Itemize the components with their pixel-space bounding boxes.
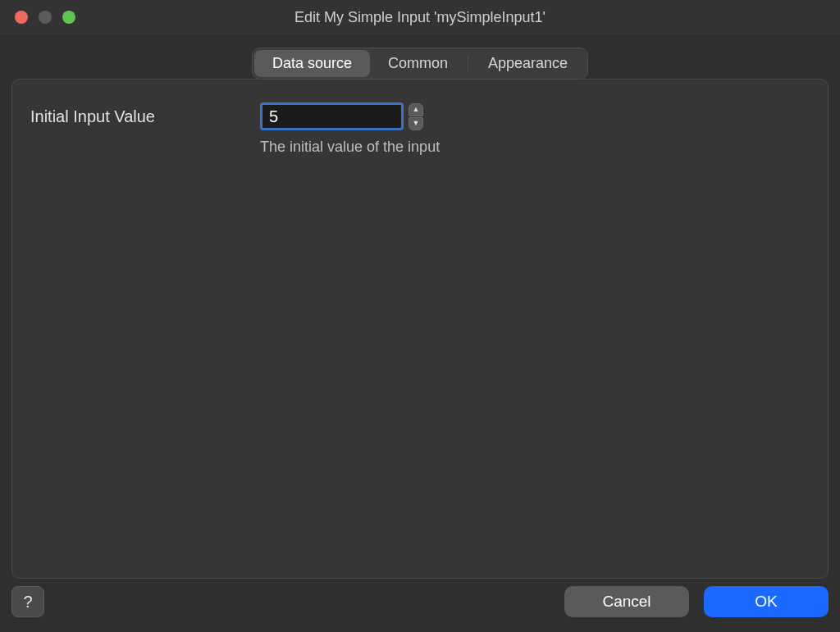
titlebar: Edit My Simple Input 'mySimpleInput1' [0, 0, 840, 34]
zoom-icon[interactable] [62, 11, 75, 24]
tab-bar: Data source Common Appearance [0, 48, 840, 80]
tab-separator [468, 55, 468, 72]
stepper-down-icon[interactable]: ▼ [409, 117, 423, 130]
footer: ? Cancel OK [0, 583, 840, 632]
content-panel: Initial Input Value ▲ ▼ The initial valu… [11, 79, 829, 579]
tab-common[interactable]: Common [370, 50, 466, 77]
tab-data-source[interactable]: Data source [254, 50, 370, 77]
window-controls [0, 11, 75, 24]
ok-button[interactable]: OK [704, 586, 829, 617]
help-button[interactable]: ? [11, 586, 44, 617]
hint-initial-input-value: The initial value of the input [260, 139, 440, 156]
label-initial-input-value: Initial Input Value [30, 102, 260, 126]
tab-appearance[interactable]: Appearance [470, 50, 586, 77]
initial-input-value-stepper: ▲ ▼ [409, 103, 423, 130]
initial-input-value-field[interactable] [260, 102, 404, 130]
stepper-up-icon[interactable]: ▲ [409, 103, 423, 116]
window-title: Edit My Simple Input 'mySimpleInput1' [0, 9, 840, 26]
close-icon[interactable] [15, 11, 28, 24]
minimize-icon[interactable] [39, 11, 52, 24]
cancel-button[interactable]: Cancel [564, 586, 689, 617]
row-initial-input-value: Initial Input Value ▲ ▼ The initial valu… [30, 102, 810, 156]
